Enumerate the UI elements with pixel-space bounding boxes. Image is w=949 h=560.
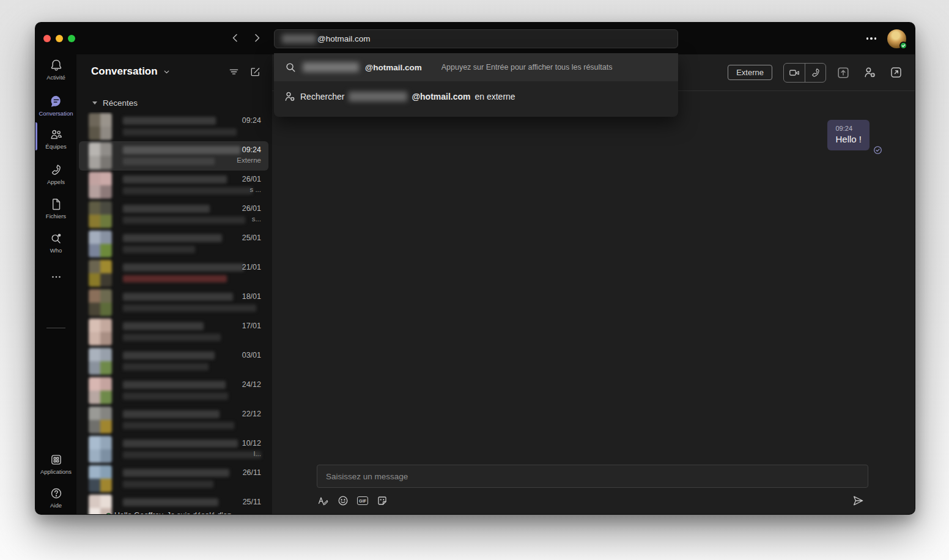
pop-out-button[interactable] [887, 64, 905, 82]
redacted-result-name [303, 62, 359, 72]
titlebar: @hotmail.com @hotmail.com Appuyez sur En… [35, 23, 915, 54]
sidebar-item-applications[interactable]: Applications [35, 452, 76, 475]
composer [317, 465, 868, 488]
user-avatar[interactable] [887, 29, 906, 48]
search-icon [285, 62, 297, 73]
who-icon [35, 231, 76, 246]
teams-window: @hotmail.com @hotmail.com Appuyez sur En… [35, 22, 915, 515]
audio-call-button[interactable] [805, 64, 825, 82]
message-input[interactable] [317, 465, 868, 488]
app-rail: Activité Conversation Équipes Appels Fic… [35, 54, 76, 514]
result-email: @hotmail.com [365, 63, 422, 72]
more-options-icon[interactable] [865, 34, 878, 43]
avatar [89, 407, 112, 433]
redacted-external-name [349, 92, 407, 101]
chevron-down-icon[interactable] [163, 68, 171, 76]
sidebar-item-activite[interactable]: Activité [35, 58, 76, 81]
redacted-search-name [282, 34, 316, 43]
list-item[interactable]: 26/01 s... [79, 200, 268, 229]
share-screen-button[interactable] [834, 64, 852, 82]
emoji-icon[interactable] [337, 495, 349, 507]
sidebar-item-appels[interactable]: Appels [35, 163, 76, 185]
list-item[interactable]: 09:24 [79, 112, 268, 141]
list-item[interactable]: 17/01 [79, 317, 268, 347]
ellipsis-icon [35, 270, 76, 284]
section-recentes[interactable]: Récentes [92, 98, 138, 108]
list-item-selected[interactable]: 09:24 Externe [79, 141, 268, 171]
list-item[interactable]: 24/12 [79, 376, 268, 405]
format-icon[interactable] [317, 495, 329, 507]
phone-icon [35, 163, 76, 177]
external-suffix: en externe [475, 92, 515, 101]
list-item[interactable]: 22/12 [79, 405, 268, 435]
sidebar-item-fichiers[interactable]: Fichiers [35, 197, 76, 219]
search-value: @hotmail.com [317, 34, 370, 43]
list-item[interactable]: 03/01 [79, 347, 268, 376]
list-item[interactable]: 10/12 l... [79, 435, 268, 464]
minimize-button[interactable] [56, 35, 63, 42]
avatar [89, 377, 112, 404]
zoom-button[interactable] [68, 35, 75, 42]
help-icon [35, 486, 76, 501]
person-add-icon [284, 90, 296, 103]
add-people-button[interactable] [860, 64, 879, 82]
active-indicator [35, 122, 37, 150]
search-external-item[interactable]: Rechercher @hotmail.com en externe [274, 81, 678, 112]
avatar [89, 260, 112, 287]
presence-dot [106, 513, 111, 515]
filter-icon[interactable] [228, 66, 240, 78]
avatar [89, 172, 112, 199]
video-call-button[interactable] [784, 64, 805, 82]
search-input[interactable]: @hotmail.com [274, 29, 678, 48]
external-label: Externe [237, 157, 261, 164]
chat-pane: Externe 09:24 Hello ! GIF [272, 54, 915, 514]
gif-icon[interactable]: GIF [357, 496, 368, 505]
list-item[interactable]: 21/01 [79, 259, 268, 288]
avatar [89, 348, 112, 375]
new-chat-icon[interactable] [249, 66, 261, 78]
conversation-rows: 09:24 09:24 Externe 26/01 s ... 26/01 s.… [76, 112, 272, 514]
external-badge: Externe [728, 65, 772, 80]
list-item[interactable]: 18/01 [79, 288, 268, 317]
avatar [89, 465, 112, 492]
conversation-list-panel: Conversation Récentes 09:24 09:24 Extern… [76, 54, 272, 514]
file-icon [35, 197, 76, 212]
list-item[interactable]: 26/01 s ... [79, 171, 268, 200]
sidebar-item-equipes[interactable]: Équipes [35, 127, 76, 150]
message-text: Hello ! [835, 134, 862, 144]
caret-down-icon [92, 101, 97, 105]
avatar [89, 319, 112, 345]
message-seen-icon [873, 145, 883, 155]
search-result-item[interactable]: @hotmail.com Appuyez sur Entrée pour aff… [274, 53, 678, 81]
avatar [89, 201, 112, 228]
presence-available-icon [899, 42, 907, 50]
back-button[interactable] [229, 31, 242, 45]
sidebar-item-conversation[interactable]: Conversation [35, 94, 76, 117]
sticker-icon[interactable] [376, 495, 388, 507]
bell-icon [35, 58, 76, 73]
window-controls [43, 35, 75, 42]
page-title: Conversation [91, 65, 158, 78]
rail-divider [46, 328, 65, 328]
apps-icon [35, 452, 76, 467]
result-hint: Appuyez sur Entrée pour afficher tous le… [441, 63, 613, 72]
list-item[interactable]: 25/01 [79, 229, 268, 259]
rail-more-button[interactable] [35, 270, 76, 284]
people-icon [35, 127, 76, 142]
close-button[interactable] [43, 35, 51, 42]
sent-message-bubble[interactable]: 09:24 Hello ! [827, 120, 870, 150]
sidebar-item-who[interactable]: Who [35, 231, 76, 254]
chat-icon [35, 94, 76, 109]
avatar [89, 289, 112, 316]
avatar [89, 436, 112, 463]
list-item[interactable]: 26/11 [79, 464, 268, 493]
avatar [89, 113, 112, 140]
forward-button[interactable] [250, 31, 264, 45]
sidebar-item-aide[interactable]: Aide [35, 486, 76, 509]
search-dropdown: @hotmail.com Appuyez sur Entrée pour aff… [274, 53, 678, 117]
list-item[interactable]: 25/11 Hello Geoffrey, Je suis désolé d'a… [79, 493, 268, 514]
external-email: @hotmail.com [412, 92, 470, 101]
avatar [89, 230, 112, 257]
send-icon[interactable] [851, 494, 865, 507]
message-preview: Hello Geoffrey, Je suis désolé d'apprend [106, 511, 232, 514]
